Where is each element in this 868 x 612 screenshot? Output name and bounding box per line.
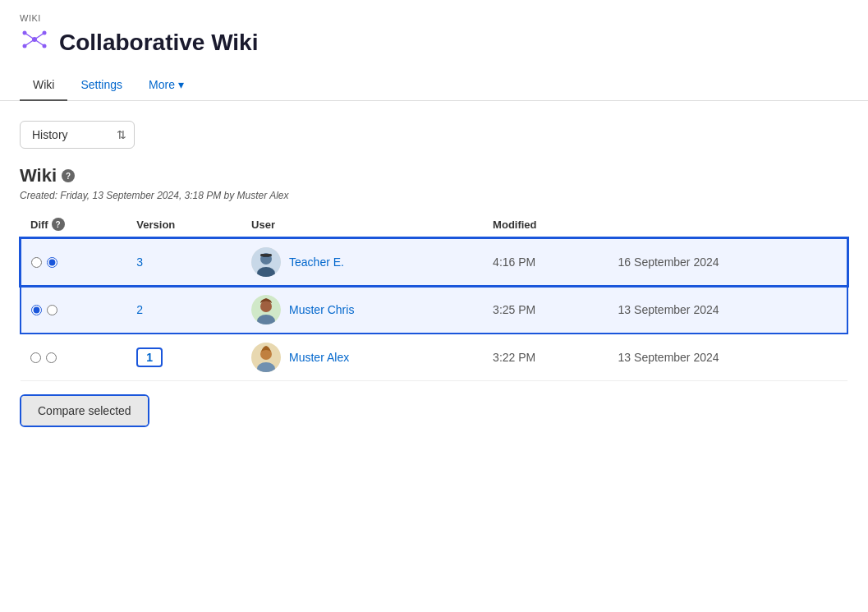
user-link-chris[interactable]: Muster Chris xyxy=(289,303,354,316)
radio-to-2[interactable] xyxy=(47,305,57,315)
diff-cell-2 xyxy=(21,286,126,334)
user-link-teacher[interactable]: Teacher E. xyxy=(289,255,344,269)
chevron-down-icon: ▾ xyxy=(178,78,184,91)
radio-group-2 xyxy=(31,305,117,315)
version-cell-3: 3 xyxy=(126,238,241,286)
time-cell-2: 3:25 PM xyxy=(483,286,608,334)
radio-from-2[interactable] xyxy=(31,305,42,315)
radio-group-1 xyxy=(30,352,117,363)
svg-line-6 xyxy=(34,33,44,39)
nav-tabs: Wiki Settings More ▾ xyxy=(0,70,868,101)
avatar-alex xyxy=(251,343,281,372)
time-cell-1: 3:22 PM xyxy=(483,334,608,381)
version-cell-2: 2 xyxy=(126,286,241,334)
diff-cell-1 xyxy=(21,334,126,381)
user-cell-1: Muster Alex xyxy=(241,334,483,381)
col-diff: Diff ? xyxy=(21,211,126,238)
col-version: Version xyxy=(126,211,241,238)
time-cell-3: 4:16 PM xyxy=(483,238,608,286)
table-row: 1 Muster Alex xyxy=(21,334,847,381)
svg-line-8 xyxy=(34,39,44,46)
radio-to-3[interactable] xyxy=(47,257,57,268)
col-user: User xyxy=(241,211,483,238)
user-link-alex[interactable]: Muster Alex xyxy=(289,351,349,364)
tab-more[interactable]: More ▾ xyxy=(135,70,197,101)
title-row: Collaborative Wiki xyxy=(20,25,848,60)
page-title: Collaborative Wiki xyxy=(59,30,258,56)
table-header-row: Diff ? Version User Modified xyxy=(21,211,847,238)
radio-from-3[interactable] xyxy=(31,257,42,268)
date-cell-1: 13 September 2024 xyxy=(609,334,847,381)
diff-help-icon[interactable]: ? xyxy=(52,218,65,231)
section-title-text: Wiki xyxy=(20,165,57,186)
svg-point-15 xyxy=(260,301,272,312)
history-table: Diff ? Version User Modified xyxy=(20,211,848,381)
avatar-chris xyxy=(251,295,281,324)
radio-from-1[interactable] xyxy=(30,352,41,363)
table-row: 2 Muster Chris xyxy=(21,286,847,334)
diff-cell-3 xyxy=(21,238,126,286)
version-box-1[interactable]: 1 xyxy=(136,347,163,367)
col-date xyxy=(609,211,847,238)
help-icon[interactable]: ? xyxy=(62,169,75,182)
history-select[interactable]: History View Edit xyxy=(20,121,135,149)
radio-to-1[interactable] xyxy=(46,352,57,363)
user-cell-3: Teacher E. xyxy=(241,238,483,286)
tab-wiki[interactable]: Wiki xyxy=(20,70,67,101)
svg-rect-13 xyxy=(260,254,272,256)
svg-line-5 xyxy=(25,33,34,39)
main-content: History View Edit ⇅ Wiki ? Created: Frid… xyxy=(0,101,868,447)
user-cell-2: Muster Chris xyxy=(241,286,483,334)
tab-settings[interactable]: Settings xyxy=(67,70,135,101)
wiki-logo-icon xyxy=(20,25,49,60)
table-row: 3 Teacher E. xyxy=(21,238,847,286)
date-cell-2: 13 September 2024 xyxy=(609,286,847,334)
compare-button-wrapper[interactable]: Compare selected xyxy=(20,394,149,427)
history-select-wrapper[interactable]: History View Edit ⇅ xyxy=(20,121,135,149)
page-header: WIKI Collaborative Wiki xyxy=(0,0,868,60)
avatar-teacher xyxy=(251,247,281,277)
created-info: Created: Friday, 13 September 2024, 3:18… xyxy=(20,190,848,201)
section-title: Wiki ? xyxy=(20,165,848,186)
svg-line-7 xyxy=(25,39,34,46)
radio-group-3 xyxy=(31,257,117,268)
date-cell-3: 16 September 2024 xyxy=(609,238,847,286)
wiki-label: WIKI xyxy=(20,13,848,23)
col-modified: Modified xyxy=(483,211,608,238)
compare-button[interactable]: Compare selected xyxy=(21,396,148,426)
version-link-3[interactable]: 3 xyxy=(136,255,143,269)
version-link-2[interactable]: 2 xyxy=(136,303,143,316)
version-cell-1: 1 xyxy=(126,334,241,381)
